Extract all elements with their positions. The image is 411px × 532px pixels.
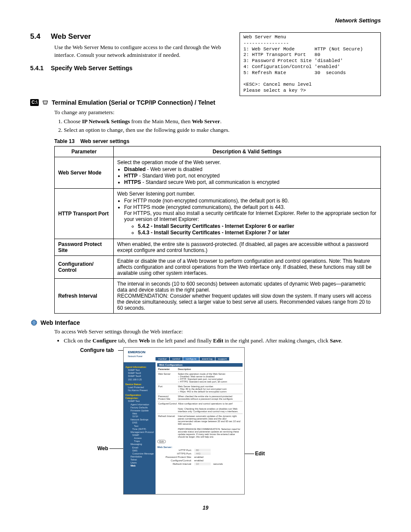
param-config-control: Configuration/ Control bbox=[55, 255, 114, 278]
ss-side-web2[interactable]: Web bbox=[125, 464, 154, 467]
ss-side-factory[interactable]: Factory Defaults bbox=[125, 406, 154, 409]
ss-side-time[interactable]: Time (SNTP) bbox=[125, 428, 154, 431]
ss-side-snmp-test[interactable]: SNMP Test bbox=[125, 400, 154, 403]
callout-edit: Edit bbox=[255, 451, 265, 457]
ss-cc[interactable]: enabled bbox=[194, 459, 203, 462]
ss-http-port[interactable]: 80 bbox=[194, 449, 211, 451]
web-config-screenshot: EMERSONNetwork Power monitor control con… bbox=[123, 347, 245, 495]
ss-side-agent-info[interactable]: Agent Information bbox=[125, 403, 154, 406]
table-row: HTTP Transport Port Web Server listening… bbox=[55, 188, 381, 239]
ss-side-traps[interactable]: Traps bbox=[125, 440, 154, 443]
web-server-menu-box: Web Server Menu ---------------- 1: Web … bbox=[240, 32, 381, 96]
step-2: Select an option to change, then use the… bbox=[64, 126, 381, 134]
ss-tab-monitor[interactable]: monitor bbox=[156, 357, 169, 361]
ss-side-access[interactable]: Access bbox=[125, 437, 154, 440]
desc-config-control: Enable or disable the use of a Web brows… bbox=[114, 255, 381, 278]
th-parameter: Parameter bbox=[55, 146, 114, 157]
web-interface-title: Web Interface bbox=[40, 319, 80, 326]
ss-tab-control[interactable]: control bbox=[170, 357, 183, 361]
ss-side-snmp2[interactable]: SNMP bbox=[125, 434, 154, 437]
section-intro: Use the Web Server Menu to configure acc… bbox=[54, 44, 231, 59]
settings-table: Parameter Description & Valid Settings W… bbox=[54, 146, 381, 314]
table-header-row: Parameter Description & Valid Settings bbox=[55, 146, 381, 157]
ss-side-sms[interactable]: SMS bbox=[125, 449, 154, 452]
terminal-heading: Terminal Emulation (Serial or TCP/IP Con… bbox=[52, 99, 215, 106]
globe-icon bbox=[30, 319, 38, 327]
page-number: 19 bbox=[30, 505, 381, 511]
ss-tab-support[interactable]: support bbox=[215, 357, 229, 361]
ss-side-email[interactable]: Email bbox=[125, 446, 154, 449]
ss-side-test[interactable]: Test bbox=[125, 425, 154, 428]
callout-configure-tab: Configure tab bbox=[80, 347, 114, 353]
param-http-port: HTTP Transport Port bbox=[55, 188, 114, 239]
ss-main: Web Configuration: ParameterDescription … bbox=[156, 362, 244, 494]
svg-point-1 bbox=[45, 102, 45, 102]
param-password-protect: Password Protect Site bbox=[55, 239, 114, 255]
web-steps: Click on the Configure tab, then Web in … bbox=[64, 337, 381, 345]
change-intro: To change any parameters: bbox=[54, 109, 381, 116]
step-1: Choose IP Network Settings from the Main… bbox=[64, 118, 381, 125]
ss-side-mgmt[interactable]: Management Protocol bbox=[125, 431, 154, 434]
svg-point-2 bbox=[46, 102, 47, 102]
ss-side-firmware[interactable]: Firmware Update bbox=[125, 409, 154, 412]
ss-side-customize[interactable]: Customize Message bbox=[125, 452, 154, 455]
ss-form: Web Server: HTTP Port:80 HTTPS Port:443 … bbox=[157, 446, 243, 466]
ss-side-users[interactable]: Users bbox=[125, 461, 154, 464]
ss-side-web1[interactable]: Web bbox=[125, 412, 154, 415]
web-interface-intro: To access Web Server settings through th… bbox=[54, 328, 381, 335]
ss-logo: EMERSONNetwork Power bbox=[128, 350, 145, 358]
desc-web-server-mode: Select the operation mode of the Web ser… bbox=[114, 157, 381, 188]
ss-side-tftp[interactable]: TFTP bbox=[125, 415, 154, 418]
desc-refresh-interval: The interval in seconds (10 to 600 secon… bbox=[114, 278, 381, 313]
subsection-heading: 5.4.1Specify Web Server Settings bbox=[30, 65, 231, 72]
ss-main-title: Web Configuration: bbox=[157, 363, 243, 367]
ss-tabs: monitor control configure event log supp… bbox=[156, 357, 229, 361]
section-heading: 5.4Web Server bbox=[30, 32, 231, 41]
table-caption: Table 13 Web server settings bbox=[54, 138, 381, 144]
table-row: Web Server Mode Select the operation mod… bbox=[55, 157, 381, 188]
desc-password-protect: When enabled, the entire site is passwor… bbox=[114, 239, 381, 255]
ss-side-dns[interactable]: DNS bbox=[125, 421, 154, 424]
subsection-title: Specify Web Server Settings bbox=[51, 65, 133, 72]
ss-https-port[interactable]: 443 bbox=[194, 452, 211, 455]
ss-side-reinit[interactable]: Reinitialize bbox=[125, 455, 154, 458]
section-number: 5.4 bbox=[30, 32, 51, 41]
svg-point-0 bbox=[44, 102, 44, 102]
ss-refresh-interval[interactable]: 10 bbox=[194, 463, 211, 465]
ss-tab-configure[interactable]: configure bbox=[183, 357, 199, 361]
svg-point-3 bbox=[44, 103, 45, 103]
table-row: Password Protect Site When enabled, the … bbox=[55, 239, 381, 255]
ss-side-network[interactable]: Network Settings bbox=[125, 418, 154, 421]
th-description: Description & Valid Settings bbox=[114, 146, 381, 157]
ss-edit-button[interactable]: Edit bbox=[157, 440, 166, 443]
ss-tab-eventlog[interactable]: event log bbox=[199, 357, 215, 361]
serial-connector-icon bbox=[41, 99, 49, 106]
subsection-number: 5.4.1 bbox=[30, 65, 51, 72]
table-row: Configuration/ Control Enable or disable… bbox=[55, 255, 381, 278]
ss-side-telnet[interactable]: Telnet bbox=[125, 458, 154, 461]
ss-sidebar: Agent Information: SNMP Test SNMP Test3 … bbox=[124, 362, 156, 494]
param-web-server-mode: Web Server Mode bbox=[55, 157, 114, 188]
svg-point-4 bbox=[46, 103, 46, 103]
param-refresh-interval: Refresh Interval bbox=[55, 278, 114, 313]
web-step: Click on the Configure tab, then Web in … bbox=[64, 337, 381, 345]
section-title: Web Server bbox=[51, 32, 91, 40]
desc-http-port: Web Server listening port number. For HT… bbox=[114, 188, 381, 239]
ss-side-messaging[interactable]: Messaging bbox=[125, 443, 154, 446]
ss-pps[interactable]: enabled bbox=[194, 456, 203, 458]
cmd-prompt-icon: C:\ bbox=[30, 99, 39, 106]
chapter-header: Network Settings bbox=[30, 17, 381, 24]
steps-list: Choose IP Network Settings from the Main… bbox=[64, 118, 381, 134]
table-row: Refresh Interval The interval in seconds… bbox=[55, 278, 381, 313]
callout-web: Web bbox=[97, 445, 108, 451]
